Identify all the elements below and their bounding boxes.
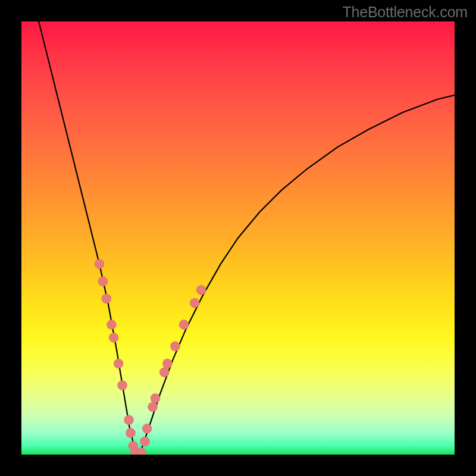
data-dot: [114, 359, 123, 368]
data-dot: [98, 277, 108, 286]
plot-area: [21, 21, 455, 455]
data-dot: [159, 368, 169, 377]
data-dot: [142, 424, 152, 433]
data-dots-group: [95, 259, 206, 455]
bottleneck-curve: [39, 21, 455, 455]
data-dot: [126, 428, 136, 438]
data-dot: [148, 402, 158, 412]
data-dot: [107, 320, 116, 330]
data-dot: [109, 333, 118, 342]
data-dot: [102, 294, 111, 303]
data-dot: [196, 285, 206, 295]
data-dot: [140, 437, 150, 446]
data-dot: [170, 342, 180, 351]
data-dot: [95, 259, 104, 269]
data-dot: [179, 320, 189, 330]
data-dot: [190, 298, 199, 308]
data-dot: [124, 415, 134, 425]
data-dot: [151, 393, 160, 403]
chart-svg: [21, 21, 455, 455]
data-dot: [162, 359, 172, 368]
chart-frame: TheBottleneck.com: [0, 0, 476, 476]
data-dot: [118, 381, 127, 390]
watermark-text: TheBottleneck.com: [342, 4, 468, 21]
